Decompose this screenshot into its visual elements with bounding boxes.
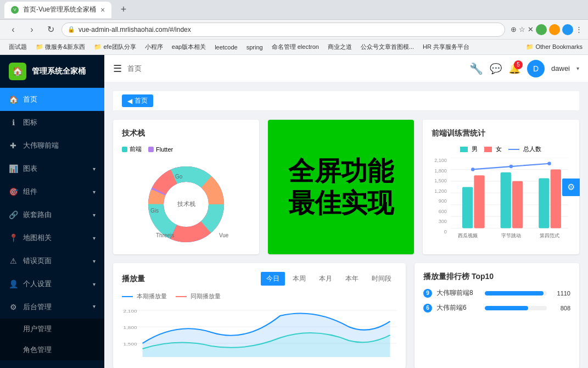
sidebar-item-component-label: 组件 [23,187,37,197]
back-button[interactable]: ‹ [5,22,21,37]
tag-icon: ◀ [127,97,132,105]
bottom-panels-row: 播放量 今日 本周 本月 本年 时间段 本期播放量 [113,263,579,368]
legend-frontend: 前端 [122,145,142,153]
app-header: ☰ 首页 🔧 💬 🔔 5 D dawei ▾ [104,55,588,82]
svg-rect-18 [474,175,484,228]
legend-prev-dash [176,296,187,297]
error-icon: ⚠ [9,257,18,265]
bookmark-7[interactable]: spring [243,43,266,52]
sidebar-item-profile-label: 个人设置 [23,279,52,289]
chart-legend: 男 女 总人数 [432,145,570,153]
sidebar-item-home[interactable]: 🏠 首页 [0,88,104,111]
search-panel: 热门搜索 全屏功能 最佳实现 [268,120,414,254]
settings-float-button[interactable]: ⚙ [562,179,580,196]
sidebar-item-map-label: 地图相关 [23,233,52,243]
sidebar-item-profile[interactable]: 👤 个人设置 ▾ [0,272,104,295]
home-icon: 🏠 [9,95,18,104]
svg-rect-22 [550,169,561,228]
tab-week[interactable]: 本周 [287,272,311,286]
reload-button[interactable]: ↻ [43,22,58,37]
bookmark-6[interactable]: leetcode [211,43,241,52]
sidebar-item-nested[interactable]: 🔗 嵌套路由 ▾ [0,203,104,226]
browser-tab[interactable]: V 首页-Vue管理系统全家桶 × [4,2,111,18]
legend-total: 总人数 [508,145,541,153]
browser-nav-bar: ‹ › ↻ 🔒 vue-admin-all.mrlishaohai.com/#/… [0,20,588,40]
bookmark-4[interactable]: 小程序 [142,42,166,52]
chat-header-icon[interactable]: 💬 [490,63,502,75]
svg-text:技术栈: 技术栈 [176,200,195,207]
admin-icon: ⚙ [9,303,18,311]
bookmark-2[interactable]: 📁 微服务&新东西 [32,42,88,52]
sidebar-item-chat[interactable]: ✚ 大伟聊前端 [0,134,104,157]
chevron-down-icon-5: ▾ [93,258,96,264]
sidebar-item-nested-label: 嵌套路由 [23,210,52,220]
sidebar-item-chart[interactable]: 📊 图表 ▾ [0,157,104,180]
chevron-up-icon: ▴ [93,304,96,310]
bookmark-8[interactable]: 命名管理 electron [268,42,322,52]
svg-text:Gis: Gis [150,208,159,214]
bookmark-11[interactable]: HR 共享服务平台 [419,42,473,52]
sidebar-item-role-management[interactable]: 角色管理 [0,339,104,360]
sidebar-item-admin-label: 后台管理 [23,302,52,312]
other-bookmarks[interactable]: 📁 Other Bookmarks [526,43,583,51]
tab-month[interactable]: 本月 [313,272,338,286]
overlay-line1: 全屏功能 [288,155,394,187]
tab-year[interactable]: 本年 [340,272,364,286]
panels-row: 技术栈 前端 Flutter [113,120,579,254]
sidebar-item-admin[interactable]: ⚙ 后台管理 ▴ [0,295,104,319]
address-bar[interactable]: 🔒 vue-admin-all.mrlishaohai.com/#/index [61,23,505,37]
rank-bar-bg-2 [485,306,547,310]
user-name[interactable]: dawei [551,64,570,73]
rank-num-2: 6 [423,304,432,313]
sub-item-user-label: 用户管理 [23,324,52,334]
sidebar-item-icon[interactable]: ℹ 图标 [0,111,104,134]
tab-period[interactable]: 时间段 [366,272,397,286]
legend-dot-flutter [148,147,154,152]
sub-menu: 用户管理 角色管理 [0,319,104,360]
header-right: 🔧 💬 🔔 5 D dawei ▾ [469,60,579,77]
sidebar: 🏠 管理系统全家桶 🏠 首页 ℹ 图标 ✚ 大伟聊前端 📊 图表 ▾ 🎯 [0,55,104,368]
playback-title: 播放量 [122,274,145,284]
lock-icon: 🔒 [68,26,75,33]
tab-close-icon[interactable]: × [100,5,105,14]
tab-home-label: 首页 [135,96,148,105]
tab-today[interactable]: 今日 [261,272,285,286]
svg-text:1,800: 1,800 [124,325,137,330]
dropdown-arrow-icon[interactable]: ▾ [576,65,579,71]
settings-icon[interactable]: 🔧 [469,62,483,75]
notification-icon[interactable]: 🔔 5 [508,63,520,75]
rank-bar-1 [485,291,544,295]
sidebar-item-map[interactable]: 📍 地图相关 ▾ [0,226,104,249]
sidebar-item-error[interactable]: ⚠ 错误页面 ▾ [0,249,104,272]
donut-chart-wrapper: 技术栈 Go Gis Threejs Vue [122,158,250,246]
bookmark-10[interactable]: 公众号文章首图模... [357,42,417,52]
svg-point-23 [471,168,474,171]
sidebar-item-error-label: 错误页面 [23,256,52,266]
chart-icon: 📊 [9,164,18,173]
bar-chart-svg: 西瓜视频 字节跳动 第四范式 [448,158,570,240]
sidebar-item-user-management[interactable]: 用户管理 [0,319,104,339]
header-left: ☰ 首页 [113,63,142,75]
sidebar-item-chart-label: 图表 [23,164,37,174]
breadcrumb: 首页 [127,64,142,74]
stats-panel: 前端训练营统计 男 女 总人数 [423,120,579,254]
tech-legend: 前端 Flutter [122,145,250,153]
bookmark-1[interactable]: 面试题 [5,42,30,52]
chevron-down-icon-6: ▾ [93,281,96,287]
tab-home[interactable]: ◀ 首页 [122,94,153,107]
url-text: vue-admin-all.mrlishaohai.com/#/index [79,26,191,34]
bookmark-3[interactable]: 📁 efe团队分享 [91,42,139,52]
sidebar-item-component[interactable]: 🎯 组件 ▾ [0,180,104,203]
bookmark-9[interactable]: 商业之道 [324,42,355,52]
svg-rect-17 [462,187,473,228]
svg-point-25 [547,162,551,165]
svg-text:西瓜视频: 西瓜视频 [457,233,477,238]
bookmark-5[interactable]: eap版本相关 [169,42,209,52]
menu-toggle-button[interactable]: ☰ [113,63,122,75]
svg-text:第四范式: 第四范式 [539,233,559,238]
new-tab-button[interactable]: + [116,2,131,18]
forward-button[interactable]: › [24,22,40,37]
time-tabs: 今日 本周 本月 本年 时间段 [261,272,397,286]
svg-text:Threejs: Threejs [156,232,174,238]
rank-score-1: 1110 [551,290,570,297]
